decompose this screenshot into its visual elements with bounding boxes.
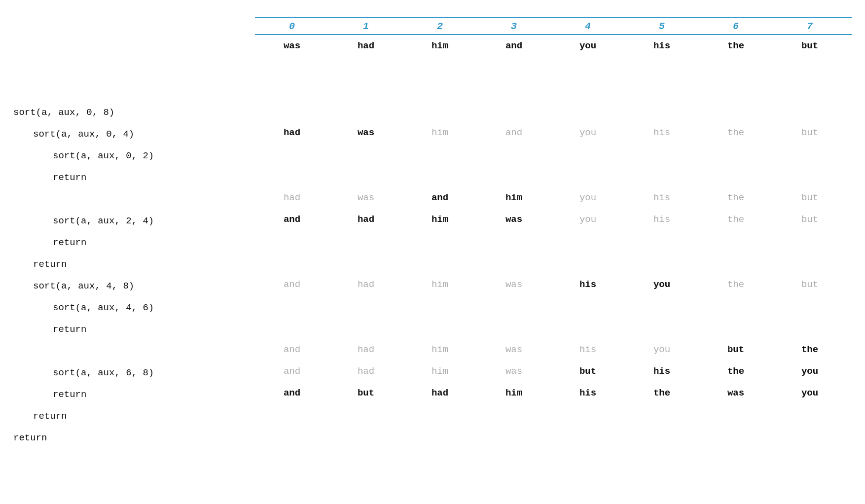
data-row-16: andbuthadhimhisthewasyou [255,382,852,404]
cell-8-2: him [403,214,477,225]
array-indices: 01234567 [255,18,852,34]
cell-14-1: had [329,344,403,355]
left-row-0 [13,80,255,102]
left-row-3: sort(a, aux, 0, 2) [13,145,255,167]
cell-7-2: and [403,192,477,203]
data-row-14: andhadhimwashisyoubutthe [255,339,852,360]
cell-7-0: had [255,192,329,203]
cell-16-7: you [773,388,847,398]
array-header: 01234567 [255,15,852,35]
cell-14-7: the [773,344,847,355]
data-row-3 [255,100,852,122]
left-row-7: return [13,232,255,253]
cell-15-0: and [255,366,329,377]
cell-11-2: him [403,279,477,290]
data-row-6 [255,165,852,187]
left-row-15: return [13,405,255,427]
cell-4-7: but [773,127,847,138]
index-cell-4: 4 [551,21,625,32]
cell-16-6: was [699,388,773,398]
cell-15-1: had [329,366,403,377]
data-row-0: washadhimandyouhisthebut [255,35,852,57]
index-cell-0: 0 [255,21,329,32]
cell-8-4: you [551,214,625,225]
cell-11-4: his [551,279,625,290]
cell-0-3: and [477,40,551,51]
data-row-10 [255,252,852,274]
cell-0-0: was [255,40,329,51]
data-row-2 [255,78,852,100]
cell-16-4: his [551,388,625,398]
data-row-11: andhadhimwashisyouthebut [255,274,852,295]
cell-14-2: him [403,344,477,355]
cell-4-2: him [403,127,477,138]
cell-8-1: had [329,214,403,225]
data-row-9 [255,230,852,252]
cell-4-5: his [625,127,699,138]
data-row-7: hadwasandhimyouhisthebut [255,187,852,209]
main-container: sort(a, aux, 0, 8)sort(a, aux, 0, 4)sort… [13,15,852,449]
cell-0-1: had [329,40,403,51]
cell-8-5: his [625,214,699,225]
cell-8-3: was [477,214,551,225]
cell-0-4: you [551,40,625,51]
right-column: 01234567 washadhimandyouhisthebuthadwash… [255,15,852,449]
left-row-13: sort(a, aux, 6, 8) [13,362,255,384]
cell-11-5: you [625,279,699,290]
index-cell-5: 5 [625,21,699,32]
index-cell-7: 7 [773,21,847,32]
cell-4-4: you [551,127,625,138]
left-column: sort(a, aux, 0, 8)sort(a, aux, 0, 4)sort… [13,15,255,449]
cell-14-6: but [699,344,773,355]
left-row-1: sort(a, aux, 0, 8) [13,102,255,123]
cell-15-7: you [773,366,847,377]
cell-16-1: but [329,388,403,398]
cell-11-0: and [255,279,329,290]
cell-15-6: the [699,366,773,377]
index-cell-3: 3 [477,21,551,32]
left-row-6: sort(a, aux, 2, 4) [13,210,255,232]
data-row-1 [255,57,852,78]
cell-7-7: but [773,192,847,203]
cell-14-0: and [255,344,329,355]
cell-16-0: and [255,388,329,398]
left-row-12 [13,340,255,362]
cell-0-2: him [403,40,477,51]
left-row-8: return [13,253,255,275]
cell-0-7: but [773,40,847,51]
cell-14-4: his [551,344,625,355]
cell-4-0: had [255,127,329,138]
data-row-8: andhadhimwasyouhisthebut [255,209,852,230]
data-row-12 [255,295,852,317]
left-row-5 [13,188,255,210]
cell-11-6: the [699,279,773,290]
index-cell-6: 6 [699,21,773,32]
cell-14-5: you [625,344,699,355]
cell-8-6: the [699,214,773,225]
cell-14-3: was [477,344,551,355]
cell-0-5: his [625,40,699,51]
cell-7-1: was [329,192,403,203]
cell-7-3: him [477,192,551,203]
cell-11-1: had [329,279,403,290]
cell-4-6: the [699,127,773,138]
cell-8-7: but [773,214,847,225]
data-row-5 [255,144,852,165]
data-row-15: andhadhimwasbuthistheyou [255,360,852,382]
cell-8-0: and [255,214,329,225]
left-row-11: return [13,319,255,340]
left-row-9: sort(a, aux, 4, 8) [13,275,255,297]
cell-4-3: and [477,127,551,138]
cell-16-5: the [625,388,699,398]
cell-16-2: had [403,388,477,398]
cell-7-5: his [625,192,699,203]
cell-7-6: the [699,192,773,203]
left-row-16: return [13,427,255,449]
cell-4-1: was [329,127,403,138]
left-row-14: return [13,384,255,405]
cell-15-2: him [403,366,477,377]
data-row-4: hadwashimandyouhisthebut [255,122,852,144]
cell-16-3: him [477,388,551,398]
cell-11-3: was [477,279,551,290]
left-row-2: sort(a, aux, 0, 4) [13,123,255,145]
